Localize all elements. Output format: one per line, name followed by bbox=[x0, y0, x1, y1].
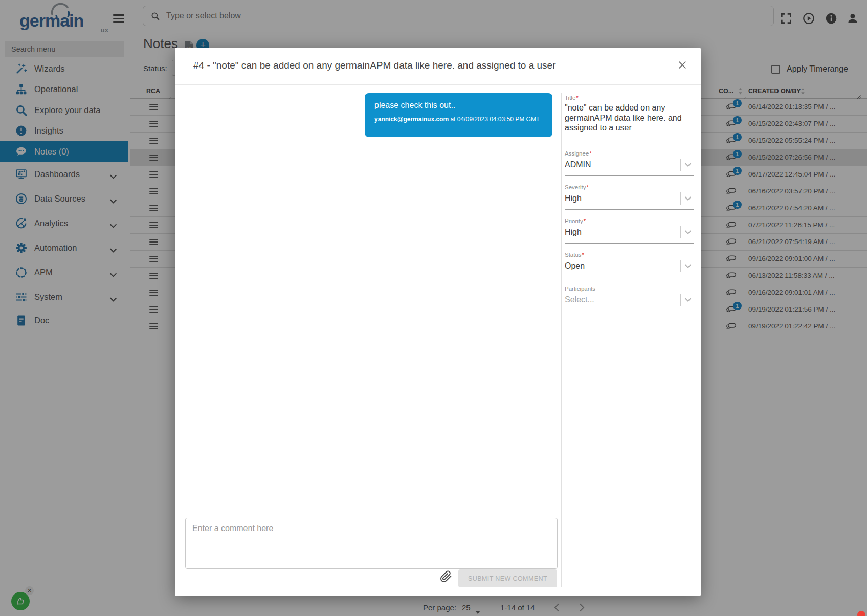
note-dialog: #4 - "note" can be added on any germainA… bbox=[175, 48, 701, 596]
message-timestamp: at 04/09/2023 04:03:50 PM GMT bbox=[449, 116, 540, 123]
field-value: ADMIN bbox=[565, 160, 680, 170]
submit-comment-button[interactable]: SUBMIT NEW COMMENT bbox=[458, 569, 557, 587]
status-select[interactable]: Open bbox=[565, 260, 694, 277]
severity-select[interactable]: High bbox=[565, 192, 694, 209]
field-value: High bbox=[565, 193, 680, 204]
dialog-column-divider bbox=[561, 93, 562, 587]
app-window: germain ux Wizards Operational Explore y… bbox=[0, 0, 867, 616]
field-label: Participants bbox=[565, 285, 694, 292]
field-separator bbox=[680, 159, 681, 171]
priority-select[interactable]: High bbox=[565, 226, 694, 243]
required-asterisk: * bbox=[589, 150, 591, 157]
chevron-down-icon bbox=[684, 163, 692, 167]
field-label: Assignee* bbox=[565, 150, 694, 157]
field-separator bbox=[680, 260, 681, 272]
field-severity: Severity* High bbox=[565, 184, 694, 210]
participants-select[interactable]: Select... bbox=[565, 294, 694, 311]
chevron-down-icon bbox=[684, 196, 692, 201]
required-asterisk: * bbox=[576, 95, 578, 101]
field-participants: Participants Select... bbox=[565, 285, 694, 311]
field-status: Status* Open bbox=[565, 252, 694, 277]
chevron-down-icon bbox=[684, 264, 692, 268]
title-input[interactable]: "note" can be added on any germainAPM da… bbox=[565, 103, 694, 142]
field-title: Title* "note" can be added on any germai… bbox=[565, 95, 694, 142]
field-value: "note" can be added on any germainAPM da… bbox=[565, 103, 694, 133]
note-form: Title* "note" can be added on any germai… bbox=[565, 95, 694, 319]
field-value: Open bbox=[565, 261, 680, 271]
message-text: please check this out.. bbox=[374, 101, 543, 110]
required-asterisk: * bbox=[582, 252, 584, 258]
chevron-down-icon bbox=[684, 230, 692, 234]
dialog-header: #4 - "note" can be added on any germainA… bbox=[175, 48, 701, 85]
field-value: High bbox=[565, 227, 680, 237]
field-separator bbox=[680, 192, 681, 205]
message-meta: yannick@germainux.com at 04/09/2023 04:0… bbox=[374, 116, 543, 123]
notification-dot bbox=[857, 611, 865, 616]
close-icon[interactable] bbox=[677, 60, 687, 70]
field-priority: Priority* High bbox=[565, 218, 694, 244]
field-separator bbox=[680, 226, 681, 238]
message-author: yannick@germainux.com bbox=[374, 116, 449, 123]
required-asterisk: * bbox=[587, 184, 589, 190]
message-bubble: please check this out.. yannick@germainu… bbox=[365, 93, 552, 137]
dialog-title: #4 - "note" can be added on any germainA… bbox=[193, 60, 654, 71]
field-value: Select... bbox=[565, 295, 680, 305]
field-label: Title* bbox=[565, 95, 694, 101]
field-label: Status* bbox=[565, 252, 694, 258]
field-assignee: Assignee* ADMIN bbox=[565, 150, 694, 176]
field-separator bbox=[680, 294, 681, 306]
comment-input[interactable] bbox=[185, 518, 558, 569]
assignee-select[interactable]: ADMIN bbox=[565, 159, 694, 175]
field-label: Priority* bbox=[565, 218, 694, 224]
chevron-down-icon bbox=[684, 298, 692, 302]
required-asterisk: * bbox=[584, 218, 586, 224]
attach-file-button[interactable] bbox=[440, 570, 452, 583]
field-label: Severity* bbox=[565, 184, 694, 190]
